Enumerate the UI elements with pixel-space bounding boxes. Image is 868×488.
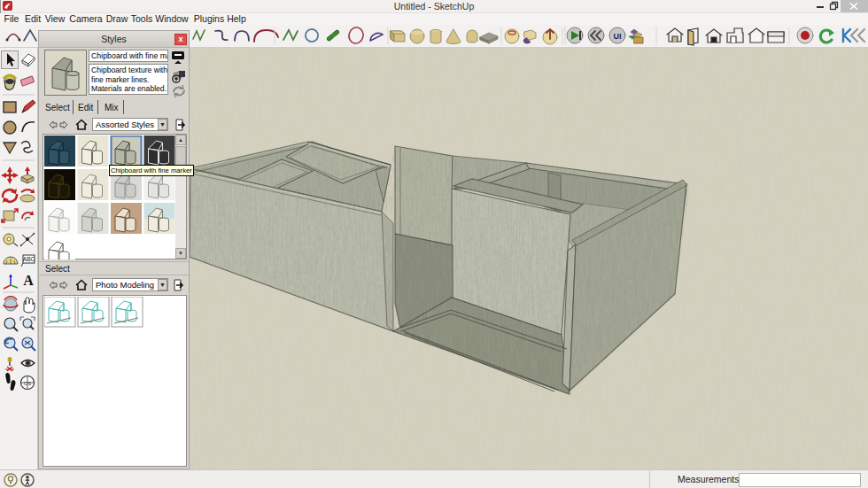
- svg-text:A: A: [23, 273, 34, 288]
- svg-text:UI: UI: [614, 32, 622, 41]
- svg-text:CS: CS: [24, 381, 31, 386]
- svg-text:ABC: ABC: [23, 256, 35, 262]
